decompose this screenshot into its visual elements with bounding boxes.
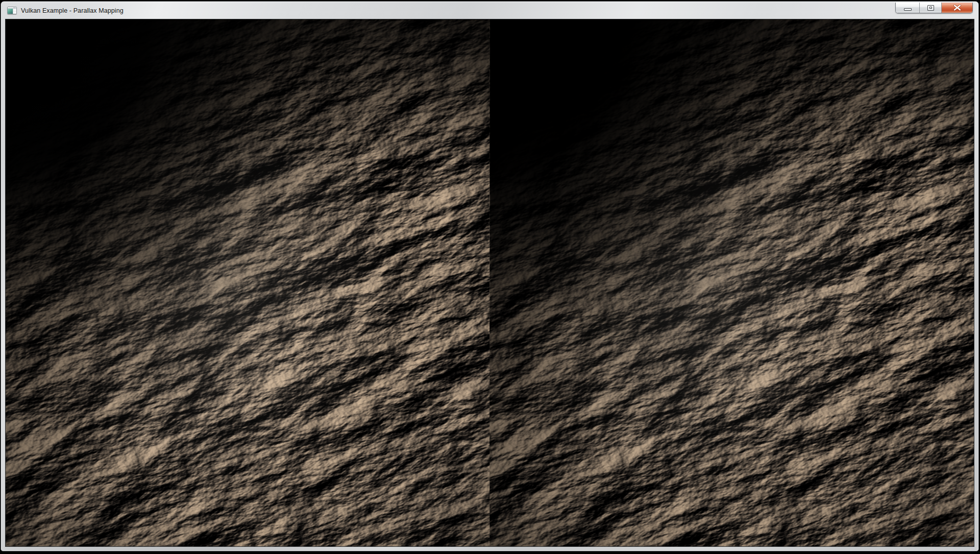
maximize-button[interactable]	[919, 3, 941, 13]
close-button[interactable]	[941, 3, 972, 13]
close-icon	[953, 5, 961, 11]
render-viewport[interactable]	[5, 19, 974, 547]
maximize-icon	[927, 5, 934, 11]
window-title: Vulkan Example - Parallax Mapping	[21, 7, 124, 14]
app-icon-light-pane	[13, 9, 16, 14]
app-icon-teal-pane	[8, 9, 13, 14]
render-right-tone	[490, 19, 974, 546]
vulkan-example-window: Vulkan Example - Parallax Mapping	[1, 1, 979, 551]
app-icon[interactable]	[7, 7, 17, 14]
parallax-render-canvas[interactable]	[6, 19, 974, 546]
app-icon-body	[8, 9, 16, 14]
minimize-icon	[904, 8, 912, 11]
window-controls	[895, 3, 973, 13]
desktop-background: Vulkan Example - Parallax Mapping	[0, 0, 980, 554]
app-icon-titlebar	[8, 7, 16, 9]
titlebar[interactable]: Vulkan Example - Parallax Mapping	[2, 2, 978, 19]
minimize-button[interactable]	[896, 3, 919, 13]
